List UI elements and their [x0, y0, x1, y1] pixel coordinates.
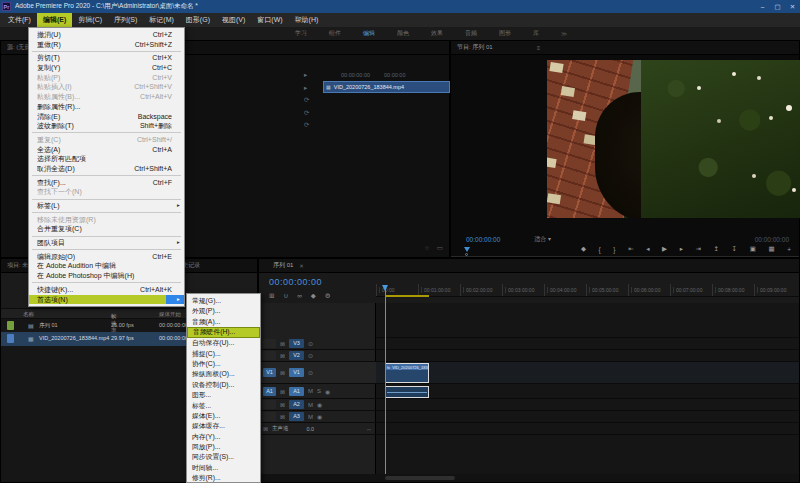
menubar-markers[interactable]: 标记(M): [143, 13, 180, 28]
track-header-a3[interactable]: ⊠ A3 M ◉: [259, 411, 376, 423]
timeline-settings-icon[interactable]: ⚙: [325, 292, 331, 300]
go-to-in-icon[interactable]: ⇤: [628, 245, 633, 253]
track-header-a2[interactable]: ⊠ A2 M ◉: [259, 399, 376, 411]
pref-timeline[interactable]: 时间轴...: [187, 463, 260, 473]
pref-general[interactable]: 常规(G)...: [187, 296, 260, 306]
workspace-assembly[interactable]: 组件: [329, 29, 341, 38]
lane-a3[interactable]: [376, 411, 799, 423]
pref-trim[interactable]: 修剪(R)...: [187, 473, 260, 483]
button-editor-icon[interactable]: +: [787, 246, 791, 253]
column-media-start[interactable]: 媒体开始: [159, 311, 181, 318]
lock-icon[interactable]: ⊠: [263, 425, 268, 432]
tab-program[interactable]: 节目: 序列 01: [457, 43, 493, 52]
eye-icon[interactable]: ⊙: [308, 352, 313, 359]
source-patch-v1[interactable]: V1: [263, 368, 276, 377]
menubar-window[interactable]: 窗口(W): [251, 13, 288, 28]
menu-item-remove-attributes[interactable]: 删除属性(R)...: [29, 102, 184, 112]
menu-item-label[interactable]: 标签(L) ▸: [29, 201, 184, 211]
close-icon[interactable]: ✕: [785, 3, 800, 11]
menu-item-paste-attributes[interactable]: 粘贴属性(B)... Ctrl+Alt+V: [29, 92, 184, 102]
track-target-a3[interactable]: A3: [289, 412, 304, 421]
timeline-ruler[interactable]: 00:0000:01:00:0000:02:00:0000:03:00:0000…: [376, 284, 799, 297]
step-forward-icon[interactable]: ▸: [680, 245, 683, 253]
menu-item-edit-original[interactable]: 编辑原始(O) Ctrl+E: [29, 252, 184, 262]
mute-icon[interactable]: M: [308, 388, 313, 394]
pref-sync-settings[interactable]: 同步设置(S)...: [187, 452, 260, 462]
export-frame-icon[interactable]: ▣: [750, 245, 756, 253]
lane-a2[interactable]: [376, 399, 799, 411]
lock-icon[interactable]: ⊠: [280, 413, 285, 420]
menu-item-redo[interactable]: 重做(R) Ctrl+Shift+Z: [29, 40, 184, 50]
workspace-effects[interactable]: 效果: [431, 29, 443, 38]
menu-item-paste-insert[interactable]: 粘贴插入(I) Ctrl+Shift+V: [29, 82, 184, 92]
add-marker-icon[interactable]: ◆: [311, 292, 316, 300]
reset-icon[interactable]: ⟳: [304, 109, 318, 117]
selected-clip-row[interactable]: ▦ VID_20200726_183844.mp4: [323, 81, 450, 93]
drag-video-icon[interactable]: ○: [425, 244, 429, 252]
mic-icon[interactable]: ◉: [317, 413, 322, 420]
video-clip[interactable]: fx VID_20200726_183844.mp4: [385, 363, 429, 383]
close-icon[interactable]: ✕: [299, 263, 304, 269]
lane-v1[interactable]: [376, 362, 799, 384]
drag-audio-icon[interactable]: ▭: [437, 244, 443, 252]
menu-item-edit-in-photoshop[interactable]: 在 Adobe Photoshop 中编辑(H): [29, 271, 184, 281]
lift-icon[interactable]: ↥: [714, 245, 719, 253]
title-bar[interactable]: Pr Adobe Premiere Pro 2020 - C:\用户\Admin…: [0, 0, 800, 13]
lock-icon[interactable]: ⊠: [280, 369, 285, 376]
menu-item-select-all-matches[interactable]: 选择所有匹配项: [29, 154, 184, 164]
menu-item-consolidate-duplicates[interactable]: 合并重复项(C): [29, 224, 184, 234]
track-target-v1[interactable]: V1: [289, 368, 304, 377]
source-patch[interactable]: [263, 351, 276, 360]
mute-icon[interactable]: M: [308, 414, 313, 420]
pref-appearance[interactable]: 外观(P)...: [187, 306, 260, 316]
pref-labels[interactable]: 标签...: [187, 401, 260, 411]
menubar-file[interactable]: 文件(F): [2, 13, 37, 28]
timeline-track-lanes[interactable]: [376, 303, 799, 474]
pref-collaboration[interactable]: 协作(C)...: [187, 359, 260, 369]
track-target-a1[interactable]: A1: [289, 387, 304, 396]
menu-item-clear[interactable]: 清除(E) Backspace: [29, 112, 184, 122]
workspace-libraries[interactable]: 库: [533, 29, 539, 38]
workspace-audio[interactable]: 音频: [465, 29, 477, 38]
step-back-icon[interactable]: ◂: [646, 245, 649, 253]
add-marker-icon[interactable]: ◆: [581, 245, 586, 253]
lock-icon[interactable]: ⊠: [280, 352, 285, 359]
pref-device-control[interactable]: 设备控制(D)...: [187, 380, 260, 390]
lock-icon[interactable]: ⊠: [280, 388, 285, 395]
lane-v2[interactable]: [376, 350, 799, 362]
play-icon[interactable]: ▶: [662, 245, 667, 253]
track-target-v2[interactable]: V2: [289, 351, 304, 360]
lane-v3[interactable]: [376, 338, 799, 350]
menu-item-select-all[interactable]: 全选(A) Ctrl+A: [29, 145, 184, 155]
mic-icon[interactable]: ◉: [325, 388, 330, 395]
eye-icon[interactable]: ⊙: [308, 340, 313, 347]
scrollbar-handle[interactable]: [385, 476, 455, 480]
track-header-a1[interactable]: A1 ⊠ A1 M S ◉: [259, 384, 376, 399]
lock-icon[interactable]: ⊠: [280, 401, 285, 408]
menu-item-undo[interactable]: 撤消(U) Ctrl+Z: [29, 30, 184, 40]
pref-media[interactable]: 媒体(E)...: [187, 411, 260, 421]
reset-icon[interactable]: ⟳: [304, 96, 318, 104]
source-patch[interactable]: [263, 400, 276, 409]
linked-selection-icon[interactable]: ∞: [297, 292, 302, 300]
pref-capture[interactable]: 捕捉(C)...: [187, 349, 260, 359]
menubar-help[interactable]: 帮助(H): [289, 13, 325, 28]
menu-item-find[interactable]: 查找(F)... Ctrl+F: [29, 178, 184, 188]
lock-icon[interactable]: ⊠: [280, 340, 285, 347]
panel-menu-icon[interactable]: ≡: [537, 45, 541, 51]
mic-icon[interactable]: ◉: [317, 401, 322, 408]
audio-clip[interactable]: [385, 386, 429, 398]
workspace-learning[interactable]: 学习: [295, 29, 307, 38]
menu-item-copy[interactable]: 复制(Y) Ctrl+C: [29, 63, 184, 73]
pref-control-surface[interactable]: 操纵面板(O)...: [187, 369, 260, 379]
timeline-playhead[interactable]: [385, 285, 386, 475]
solo-icon[interactable]: S: [317, 388, 321, 394]
menubar-sequence[interactable]: 序列(S): [108, 13, 143, 28]
track-header-v3[interactable]: ⊠ V3 ⊙: [259, 338, 376, 350]
menu-item-ripple-delete[interactable]: 波纹删除(T) Shift+删除: [29, 121, 184, 131]
menubar-edit[interactable]: 编辑(E): [37, 13, 72, 28]
extract-icon[interactable]: ↧: [732, 245, 737, 253]
workspace-overflow-icon[interactable]: ≫: [561, 30, 567, 37]
zoom-level-dropdown[interactable]: 适合 ▾: [534, 235, 551, 244]
menubar-view[interactable]: 视图(V): [216, 13, 251, 28]
